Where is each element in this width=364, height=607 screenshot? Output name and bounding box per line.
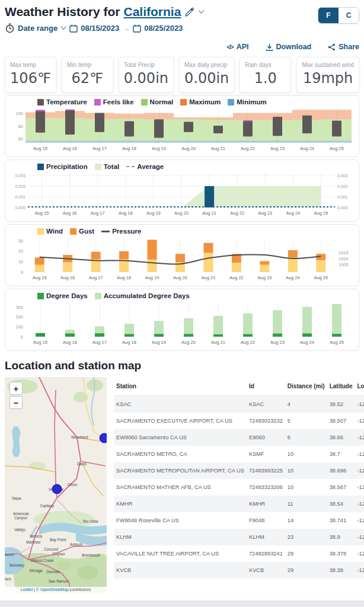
station-column-header[interactable]: Station [114,377,247,396]
station-table-row[interactable]: SACRAMENTO MATHER AFB, CA US724833232061… [114,479,364,496]
station-marker[interactable] [52,484,62,494]
legend-item[interactable]: Temperature [37,98,87,106]
leaflet-link[interactable]: Leaflet [21,587,33,592]
station-cell: 38.741 [327,512,355,529]
legend-item[interactable]: Total [95,163,120,170]
station-table-row[interactable]: SACRAMENTO METRO, CAKSMF1038.7-121.58 [114,446,364,462]
map-town-label: Benicia [30,534,42,538]
station-table-row[interactable]: VACAVILLE NUT TREE AIRPORT, CA US7248289… [114,545,364,562]
legend-swatch [37,228,44,235]
legend-item[interactable]: Precipitation [37,163,88,170]
station-cell: KLHM [114,529,247,545]
page-bottom-strip [0,600,364,607]
degree-days-legend: Degree DaysAccumulated Degree Days [10,292,354,299]
station-table-row[interactable]: FW9048 Roseville CA USF90481438.741-121.… [114,512,364,529]
map-town-label: Brentwood [82,553,100,557]
station-cell: KSMF [247,446,285,462]
date-end[interactable]: 08/25/2023 [144,24,183,33]
station-column-header[interactable]: Distance (mi) [285,377,327,396]
station-column-header[interactable]: Latitude [327,377,355,396]
station-cell: FW9048 Roseville CA US [114,512,247,529]
legend-item[interactable]: Pressure [101,228,141,235]
station-table-row[interactable]: SACRAMENTO EXECUTIVE AIRPORT, CA US72483… [114,413,364,429]
map-zoom-in-button[interactable]: + [9,382,23,395]
station-table-row[interactable]: KLHMKLHM2338.9-121.35 [114,529,364,545]
legend-swatch [101,231,110,232]
precipitation-chart[interactable]: 0.0000.0000.0010.0010.0020.0020.0030.003… [10,171,354,221]
station-table-row[interactable]: SACRAMENTO METROPOLITAN AIRPORT, CA US72… [114,462,364,479]
legend-swatch [94,99,101,106]
legend-item[interactable]: Feels like [94,98,134,106]
svg-text:0.003: 0.003 [337,174,348,178]
map-town-label: Fairfield [40,504,54,508]
actions-row: </> API Download Share [5,43,359,51]
edit-pencil-icon[interactable] [184,7,194,17]
station-column-header[interactable]: Longitude [355,377,364,396]
legend-item[interactable]: Maximum [180,98,221,106]
map-town-label: San Ramon [49,579,69,583]
share-button[interactable]: Share [328,43,359,51]
station-table-row[interactable]: KSACKSAC438.52-121.5 [114,396,364,413]
wind-chart[interactable]: 0102030100510101015Aug 15Aug 16Aug 17Aug… [10,235,354,285]
station-map[interactable]: WoodlandDavisDixonVacavilleNapaFairfield… [5,377,107,593]
svg-text:Aug 23: Aug 23 [270,146,285,151]
station-cell: 29 [285,562,327,579]
svg-text:Aug 25: Aug 25 [330,340,344,345]
legend-item[interactable]: Average [126,163,164,170]
legend-swatch [37,293,44,299]
legend-item[interactable]: Normal [141,98,174,106]
api-code-icon: </> [226,44,233,50]
legend-swatch [228,99,234,106]
header: Weather History for California Date rang… [5,5,359,33]
svg-text:0.000: 0.000 [337,206,348,210]
station-cell: 14 [285,512,327,529]
svg-text:Aug 21: Aug 21 [211,340,225,345]
wind-chart-panel: WindGustPressure 0102030100510101015Aug … [5,224,359,286]
station-marker[interactable] [100,433,107,443]
svg-text:0.002: 0.002 [337,184,348,189]
stat-value: 62℉ [67,70,108,87]
station-cell: -121.58 [355,446,364,462]
legend-item[interactable]: Gust [70,228,94,235]
legend-item[interactable]: Minimum [228,98,266,106]
degree-days-chart[interactable]: 0100200300Aug 15Aug 16Aug 17Aug 18Aug 19… [10,300,354,350]
map-town-label: Martinez [26,540,41,544]
map-canvas[interactable]: WoodlandDavisDixonVacavilleNapaFairfield… [5,377,107,593]
celsius-toggle[interactable]: C [339,8,359,23]
date-range-chevron-down-icon[interactable] [60,26,66,30]
station-cell: 38.378 [327,545,355,562]
date-start[interactable]: 08/15/2023 [81,24,119,33]
svg-text:Aug 24: Aug 24 [300,146,314,151]
station-cell: 38.9 [327,529,355,545]
station-cell: -121.59 [355,462,364,479]
location-link[interactable]: California [124,5,181,19]
date-range-row[interactable]: Date range 08/15/2023 → 08/25/2023 [5,23,205,33]
legend-item[interactable]: Accumulated Degree Days [95,292,190,299]
svg-text:0.000: 0.000 [15,206,25,210]
legend-item[interactable]: Wind [37,228,63,235]
station-cell: 38.38 [327,562,355,579]
svg-text:Aug 22: Aug 22 [241,340,255,345]
svg-text:Aug 21: Aug 21 [202,275,216,280]
download-button[interactable]: Download [266,43,312,51]
location-chevron-down-icon[interactable] [198,9,205,14]
map-town-label: Danville [46,570,60,574]
map-attribution: Leaflet | © OpenStreetMap contributors [5,587,107,593]
station-cell: 38.696 [327,462,355,479]
fahrenheit-toggle[interactable]: F [318,8,339,23]
api-button[interactable]: </> API [226,43,248,51]
stat-card: Max temp106℉ [5,57,56,92]
temperature-chart[interactable]: 6080100Aug 15Aug 16Aug 17Aug 18Aug 19Aug… [10,106,354,156]
legend-item[interactable]: Degree Days [37,292,88,299]
station-table-row[interactable]: KMHRKMHR1138.54-121.3 [114,496,364,512]
station-table-row[interactable]: KVCBKVCB2938.38-121.96 [114,562,364,579]
svg-text:Aug 19: Aug 19 [152,340,166,345]
station-column-header[interactable]: Id [247,377,285,396]
map-zoom-out-button[interactable]: − [9,396,23,409]
openstreetmap-link[interactable]: © OpenStreetMap [36,587,69,592]
map-town-label: Berkeley [9,563,25,568]
legend-label: Gust [79,228,94,235]
map-town-label: Concord [44,547,59,551]
station-table-row[interactable]: EW9060 Sacramento CA USE9060638.66-121.5 [114,429,364,446]
attribution-suffix: contributors [69,587,91,592]
